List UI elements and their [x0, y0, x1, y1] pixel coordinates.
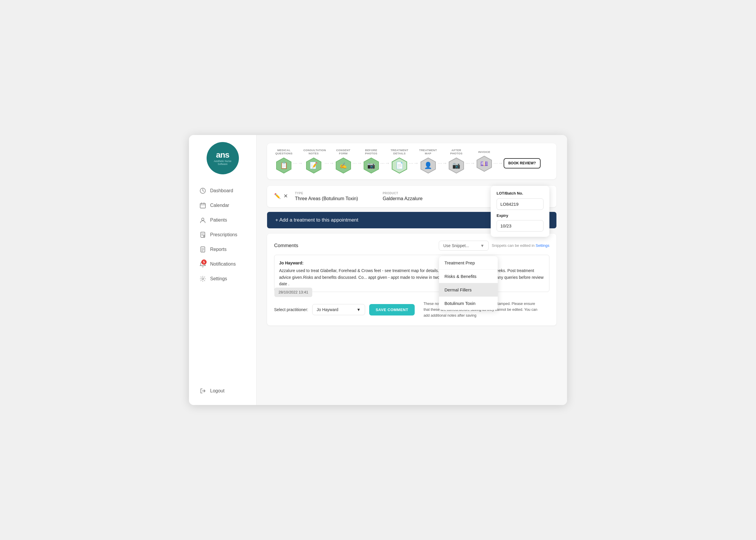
sidebar-item-dashboard[interactable]: Dashboard — [191, 184, 254, 198]
sidebar-item-reports-label: Reports — [210, 247, 226, 252]
logout-icon — [199, 388, 206, 394]
step-treatment-map[interactable]: TREATMENTMAP 👤 — [419, 149, 437, 174]
sidebar-item-reports[interactable]: Reports — [191, 242, 254, 256]
step-medical-questions-label: MEDICALQUESTIONS — [275, 149, 293, 155]
sidebar: ans Aesthetic NurseSoftware Dashboard Ca… — [189, 135, 257, 405]
step-arrow-7: ···→ — [465, 160, 476, 166]
sidebar-item-logout[interactable]: Logout — [191, 384, 254, 398]
step-before-photos-icon: 📷 — [367, 162, 375, 169]
snippet-select[interactable]: Use Snippet... ▼ Treatment Prep Risks & … — [439, 241, 489, 251]
step-treatment-map-icon: 👤 — [424, 162, 432, 169]
treatment-type-value: Three Areas (Botulinum Toxin) — [295, 196, 358, 201]
snippets-link-text: Snippets can be edited in Settings — [492, 243, 550, 248]
reports-icon — [199, 246, 206, 253]
dropdown-item-dermal-fillers[interactable]: Dermal Fillers — [439, 283, 498, 297]
calendar-icon — [199, 202, 206, 209]
step-arrow-1: ···→ — [293, 160, 304, 166]
treatment-product-label: PRODUCT — [383, 192, 423, 195]
step-before-photos-hex: 📷 — [363, 157, 380, 174]
lot-expiry-input[interactable] — [497, 220, 544, 231]
sidebar-item-prescriptions-label: Prescriptions — [210, 232, 237, 237]
sidebar-item-calendar[interactable]: Calendar — [191, 199, 254, 212]
select-practitioner-row: Select practitioner: Jo Hayward ▼ SAVE C… — [274, 301, 550, 319]
lot-batch-input[interactable] — [497, 199, 544, 210]
step-consultation-notes-label: CONSULTATIONNOTES — [304, 149, 324, 155]
step-medical-questions-icon: 📋 — [280, 162, 288, 169]
treatment-product-value: Galderma Azzalure — [383, 196, 423, 201]
step-invoice-hex: 💷 — [476, 155, 493, 172]
sidebar-item-prescriptions[interactable]: Prescriptions — [191, 228, 254, 242]
svg-point-6 — [202, 278, 204, 280]
snippet-placeholder: Use Snippet... — [443, 243, 469, 248]
treatment-product-field: PRODUCT Galderma Azzalure — [383, 192, 423, 201]
treatment-card: ✏️ ✕ TYPE Three Areas (Botulinum Toxin) … — [267, 186, 557, 207]
step-after-photos-icon: 📷 — [452, 162, 460, 169]
prescriptions-icon — [199, 231, 206, 238]
dashboard-icon — [199, 188, 206, 194]
step-treatment-details-label: TREATMENTDETAILS — [391, 149, 409, 155]
comment-author: Jo Hayward: — [279, 260, 545, 266]
step-consent-form-label: CONSENTFORM — [336, 149, 350, 155]
steps-bar: MEDICALQUESTIONS 📋 ···→ CONSULTATIONNOTE… — [267, 143, 557, 179]
logo-sub: Aesthetic NurseSoftware — [214, 160, 232, 166]
dropdown-item-risks-benefits[interactable]: Risks & Benefits — [439, 270, 498, 283]
comment-box: Jo Hayward: Azzalure used to treat Glabe… — [274, 255, 550, 292]
step-after-photos-label: AFTERPHOTOS — [450, 149, 462, 155]
sidebar-item-notifications-label: Notifications — [210, 261, 236, 267]
dropdown-item-botulinum-toxin[interactable]: Botulinum Toxin — [439, 297, 498, 310]
step-invoice-label: INVOICE — [478, 150, 490, 154]
sidebar-item-patients[interactable]: Patients — [191, 213, 254, 227]
step-invoice[interactable]: INVOICE 💷 — [476, 150, 493, 172]
dropdown-item-treatment-prep[interactable]: Treatment Prep — [439, 256, 498, 270]
sidebar-item-logout-label: Logout — [210, 388, 224, 394]
step-medical-questions[interactable]: MEDICALQUESTIONS 📋 — [275, 149, 293, 174]
step-consultation-notes[interactable]: CONSULTATIONNOTES 📝 — [304, 149, 324, 174]
save-comment-button[interactable]: SAVE COMMENT — [369, 304, 415, 316]
step-consent-form-icon: ✍ — [339, 162, 347, 169]
delete-icon[interactable]: ✕ — [284, 193, 288, 199]
step-consultation-notes-hex: 📝 — [305, 157, 322, 174]
treatment-type-field: TYPE Three Areas (Botulinum Toxin) — [295, 192, 358, 201]
step-treatment-details-hex: 📄 — [391, 157, 408, 174]
step-consent-form-hex: ✍ — [335, 157, 352, 174]
lot-batch-popup: LOT/Batch No. Expiry — [491, 186, 550, 237]
step-arrow-3: ···→ — [352, 160, 363, 166]
step-arrow-2: ···→ — [324, 160, 335, 166]
book-review-button[interactable]: BOOK REVIEW? — [504, 158, 541, 169]
nav-bottom: Logout — [189, 384, 256, 405]
step-consultation-notes-icon: 📝 — [310, 162, 317, 169]
comments-header: Comments Use Snippet... ▼ Treatment Prep… — [274, 241, 550, 251]
step-arrow-4: ···→ — [380, 160, 391, 166]
step-after-photos-hex: 📷 — [448, 157, 465, 174]
step-treatment-details[interactable]: TREATMENTDETAILS 📄 — [391, 149, 409, 174]
comment-text: Azzalure used to treat Glabellar, Forehe… — [279, 267, 545, 287]
svg-rect-1 — [200, 203, 205, 208]
step-after-photos[interactable]: AFTERPHOTOS 📷 — [448, 149, 465, 174]
sidebar-item-patients-label: Patients — [210, 217, 227, 223]
snippets-settings-link[interactable]: Settings — [536, 243, 550, 248]
step-medical-questions-hex: 📋 — [275, 157, 292, 174]
treatment-type-label: TYPE — [295, 192, 358, 195]
chevron-down-icon: ▼ — [480, 243, 484, 248]
practitioner-label: Select practitioner: — [274, 307, 308, 312]
settings-icon — [199, 276, 206, 282]
step-treatment-details-icon: 📄 — [396, 162, 404, 169]
sidebar-item-dashboard-label: Dashboard — [210, 188, 233, 194]
sidebar-item-settings[interactable]: Settings — [191, 272, 254, 286]
comment-timestamp: 28/10/2022 13:41 — [274, 288, 312, 297]
lot-batch-title: LOT/Batch No. — [497, 191, 544, 196]
step-treatment-map-hex: 👤 — [420, 157, 437, 174]
lot-expiry-label: Expiry — [497, 213, 544, 218]
snippet-dropdown: Treatment Prep Risks & Benefits Dermal F… — [439, 256, 498, 310]
snippet-row: Use Snippet... ▼ Treatment Prep Risks & … — [439, 241, 550, 251]
edit-icon[interactable]: ✏️ — [274, 193, 281, 199]
step-before-photos[interactable]: BEFOREPHOTOS 📷 — [363, 149, 380, 174]
step-arrow-8: ···→ — [493, 160, 504, 166]
notifications-badge: 5 — [201, 259, 206, 265]
main-content: MEDICALQUESTIONS 📋 ···→ CONSULTATIONNOTE… — [257, 135, 567, 405]
step-consent-form[interactable]: CONSENTFORM ✍ — [335, 149, 352, 174]
svg-point-2 — [201, 218, 204, 220]
comments-section: Comments Use Snippet... ▼ Treatment Prep… — [267, 234, 557, 326]
practitioner-select[interactable]: Jo Hayward ▼ — [312, 304, 365, 315]
sidebar-item-notifications[interactable]: 5 Notifications — [191, 257, 254, 271]
